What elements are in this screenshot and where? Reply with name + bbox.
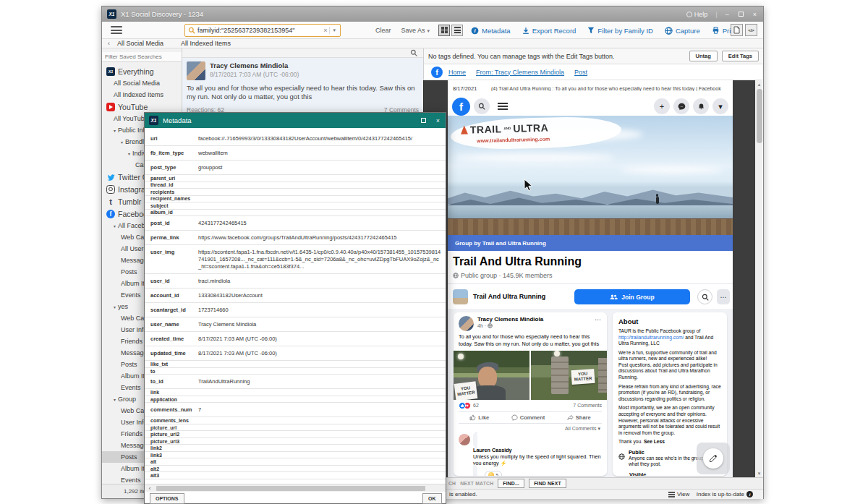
scrollbar-thumb[interactable] — [757, 89, 762, 143]
comment-author[interactable]: Lauren Cassidy — [473, 447, 602, 453]
capture-button[interactable]: Capture — [665, 27, 700, 35]
account-menu-icon[interactable]: ▾ — [712, 98, 728, 114]
breadcrumb-link-post[interactable]: Post — [574, 69, 587, 76]
list-view-button[interactable] — [451, 25, 463, 36]
grid-view-button[interactable] — [438, 25, 450, 36]
join-group-button[interactable]: Join Group — [574, 289, 690, 304]
document-view-button[interactable] — [731, 24, 743, 36]
scrollbar-thumb[interactable] — [156, 486, 425, 491]
pencil-icon — [709, 454, 718, 463]
metadata-button[interactable]: iMetadata — [471, 27, 511, 35]
status-bar: is enabled. View Index is up-to-date i — [423, 489, 763, 499]
group-context-bar: Group by Trail and Ultra Running — [448, 235, 733, 251]
find-next-button[interactable]: FIND NEXT — [529, 479, 566, 488]
comment[interactable]: Lauren CassidyUnless you multiply by the… — [454, 433, 607, 476]
metadata-key: alt2 — [150, 466, 198, 471]
post-photo-selfie[interactable]: YOU MATTER — [454, 351, 529, 400]
sidebar-item-all-indexed-items[interactable]: All Indexed Items — [102, 89, 182, 101]
facebook-logo-icon[interactable]: f — [452, 98, 470, 116]
search-box[interactable]: × ▾ — [184, 24, 341, 37]
breadcrumb-link-from-tracy-clemens-mindiola[interactable]: From: Tracy Clemens Mindiola — [476, 69, 564, 76]
like-reaction-icon — [459, 402, 466, 409]
options-button[interactable]: OPTIONS — [150, 493, 184, 504]
post-photo-pillar[interactable]: YOU MATTER — [531, 351, 607, 400]
clear-button[interactable]: Clear — [375, 27, 391, 34]
post-author[interactable]: Tracy Clemens Mindiola — [477, 316, 543, 323]
result-message: To all you and for those who especially … — [187, 84, 419, 102]
post-actions: Like Comment Share — [459, 411, 602, 424]
action-label: Capture — [676, 27, 700, 35]
comment-text: Unless you multiply by the speed of ligh… — [473, 453, 602, 467]
action-label: Metadata — [482, 27, 511, 35]
maximize-button[interactable] — [737, 11, 745, 18]
comment-reactions-pill[interactable]: 5 — [485, 471, 502, 476]
scroll-down-icon[interactable]: ▼ — [755, 469, 762, 477]
sidebar-item-youtube[interactable]: YouTube — [102, 101, 182, 113]
preview-scrollbar[interactable]: ▲ ▼ — [755, 80, 762, 477]
menu-icon[interactable] — [498, 103, 508, 110]
compose-button[interactable] — [703, 448, 723, 469]
metadata-key: thread_id — [150, 182, 198, 187]
search-icon[interactable] — [474, 98, 490, 114]
sidebar-item-label: Events — [121, 477, 141, 484]
messenger-icon[interactable] — [673, 98, 689, 114]
view-button[interactable]: View — [668, 491, 689, 497]
export-record-button[interactable]: Export Record — [522, 27, 576, 35]
breadcrumb-link-home[interactable]: Home — [448, 69, 466, 76]
chevron-down-icon: ▾ — [121, 140, 123, 145]
like-button[interactable]: Like — [469, 414, 489, 421]
index-status: Index is up-to-date — [697, 491, 744, 497]
create-icon[interactable]: + — [654, 98, 670, 114]
maximize-button[interactable] — [420, 117, 427, 124]
share-button[interactable]: Share — [567, 414, 591, 421]
group-search-button[interactable] — [697, 289, 712, 304]
next-match-button[interactable]: NEXT MATCH — [460, 481, 493, 486]
metadata-row-thread-id: thread_id — [145, 182, 446, 189]
search-input[interactable] — [197, 27, 321, 34]
sidebar-item-label: All YouTube — [114, 115, 148, 122]
close-button[interactable]: × — [752, 11, 758, 18]
notifications-icon[interactable] — [693, 98, 709, 114]
fb-icon: f — [106, 210, 115, 218]
metadata-row-user-id: user_idtraci.mindiola — [145, 274, 446, 289]
info-icon[interactable]: i — [746, 491, 753, 497]
comment-button[interactable]: Comment — [511, 414, 545, 421]
post-menu-icon[interactable]: ⋯ — [595, 316, 602, 323]
filter-by-family-id-button[interactable]: Filter by Family ID — [587, 27, 653, 35]
metadata-row-scantarget-id: scantarget_id1723714660 — [145, 303, 446, 317]
scroll-left-icon[interactable]: ‹ — [146, 484, 153, 492]
comment-count[interactable]: 7 Comments — [573, 403, 602, 408]
sidebar-item-all-social-media[interactable]: All Social Media — [102, 77, 182, 89]
clear-search-icon[interactable]: × — [321, 27, 330, 34]
filter-saved-searches-input[interactable] — [102, 52, 182, 62]
metadata-title-bar[interactable]: X1 Metadata × — [145, 113, 446, 128]
tab-all-social-media[interactable]: All Social Media — [117, 40, 163, 47]
search-dropdown-icon[interactable]: ▾ — [330, 27, 337, 33]
ch-button[interactable]: CH — [448, 481, 456, 486]
close-button[interactable]: × — [435, 117, 441, 124]
brand-word: TRAIL — [470, 123, 502, 135]
reaction-count[interactable]: 62 — [473, 403, 479, 408]
tab-all-indexed-items[interactable]: All Indexed Items — [181, 40, 231, 47]
menu-icon[interactable] — [111, 26, 122, 34]
metadata-key: alt3 — [150, 473, 198, 478]
help-button[interactable]: Help — [685, 11, 710, 18]
group-more-button[interactable]: ⋯ — [717, 289, 730, 304]
metadata-hscrollbar[interactable]: ‹ — [145, 484, 446, 492]
save-as-button[interactable]: Save As▾ — [401, 27, 430, 34]
source-view-button[interactable]: </> — [745, 24, 757, 36]
scroll-up-icon[interactable]: ▲ — [755, 80, 762, 88]
sidebar-item-everything[interactable]: X1Everything — [102, 65, 182, 77]
see-less-link[interactable]: See Less — [644, 439, 665, 444]
group-website-link[interactable]: http://trailandultrarunning.com/ — [618, 335, 684, 340]
search-icon[interactable] — [410, 49, 417, 56]
metadata-key: scantarget_id — [150, 307, 198, 313]
group-thumbnail — [453, 289, 468, 304]
metadata-key: post_type — [150, 164, 198, 171]
ok-button[interactable]: OK — [422, 493, 442, 504]
edit-tags-button[interactable]: Edit Tags — [722, 51, 759, 61]
minimize-button[interactable]: – — [724, 11, 731, 18]
find-button[interactable]: FIND... — [498, 479, 524, 488]
untag-button[interactable]: Untag — [689, 51, 718, 61]
back-arrow-icon[interactable]: ‹ — [108, 40, 110, 47]
